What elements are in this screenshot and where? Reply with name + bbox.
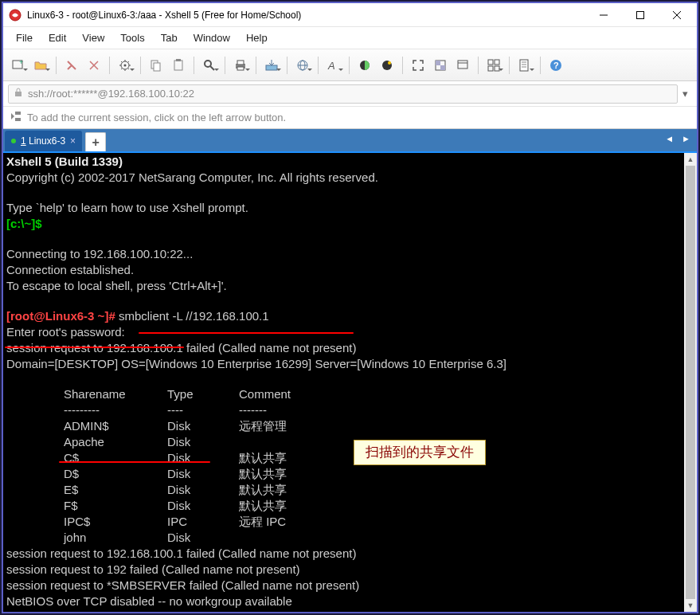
disconnect-icon[interactable] (84, 55, 104, 76)
banner: Xshell 5 (Build 1339) (6, 155, 123, 168)
share-comment: 远程 IPC (239, 515, 286, 528)
lock-icon (14, 88, 23, 100)
copy-icon[interactable] (146, 55, 166, 76)
session-tab[interactable]: 1 Linux6-3 × (5, 131, 82, 151)
share-name: john (64, 531, 167, 545)
add-session-arrow-icon[interactable] (10, 110, 22, 125)
svg-rect-10 (154, 63, 160, 71)
scroll-up-icon[interactable]: ▲ (684, 153, 697, 166)
open-session-icon[interactable] (30, 55, 51, 76)
dash: --------- (64, 403, 167, 417)
svg-rect-12 (176, 59, 181, 61)
scroll-down-icon[interactable]: ▼ (684, 599, 697, 612)
address-input[interactable]: ssh://root:******@192.168.100.10:22 (8, 84, 678, 104)
established: Connection established. (6, 263, 134, 276)
svg-rect-41 (15, 92, 22, 96)
escape: To escape to local shell, press 'Ctrl+Al… (6, 279, 227, 292)
lock-scroll-icon[interactable] (452, 55, 473, 76)
properties-icon[interactable] (115, 55, 135, 76)
share-type: Disk (167, 419, 239, 433)
close-button[interactable] (659, 3, 695, 26)
terminal[interactable]: Xshell 5 (Build 1339) Copyright (c) 2002… (3, 153, 697, 612)
titlebar: Linux6-3 - root@Linux6-3:/aaa - Xshell 5… (3, 3, 697, 27)
new-tab-button[interactable]: + (85, 132, 106, 151)
share-name: E$ (64, 483, 167, 497)
annotation-underline (139, 332, 354, 334)
new-session-icon[interactable]: + (8, 55, 29, 76)
fullscreen-icon[interactable] (408, 55, 428, 76)
connecting: Connecting to 192.168.100.10:22... (6, 247, 193, 260)
app-icon (8, 8, 22, 22)
share-name: Apache (64, 435, 167, 449)
share-type: Disk (167, 483, 239, 497)
highlight-icon[interactable] (377, 55, 397, 76)
svg-rect-16 (237, 61, 244, 65)
svg-rect-2 (637, 11, 644, 18)
share-type: Disk (167, 531, 239, 545)
svg-point-25 (388, 61, 391, 65)
globe-icon[interactable] (292, 55, 313, 76)
svg-rect-17 (237, 67, 244, 70)
svg-rect-28 (440, 65, 445, 70)
print-icon[interactable] (230, 55, 251, 76)
menu-edit[interactable]: Edit (41, 29, 74, 47)
menu-window[interactable]: Window (186, 29, 238, 47)
svg-point-8 (124, 64, 127, 66)
domain-line: Domain=[DESKTOP] OS=[Windows 10 Enterpri… (6, 357, 506, 370)
tab-close-icon[interactable]: × (70, 135, 76, 147)
minimize-button[interactable] (585, 3, 622, 26)
col-comment: Comment (239, 387, 291, 401)
scroll-thumb[interactable] (686, 166, 695, 599)
share-comment: 默认共享 (239, 499, 287, 512)
svg-rect-18 (266, 65, 277, 70)
reconnect-icon[interactable] (61, 55, 82, 76)
share-name: C$ (64, 451, 167, 465)
scroll-track[interactable] (684, 166, 697, 599)
script-icon[interactable] (514, 55, 535, 76)
help-icon[interactable]: ? (546, 55, 566, 76)
menu-tab[interactable]: Tab (153, 29, 186, 47)
file-transfer-icon[interactable] (261, 55, 282, 76)
share-comment: 默认共享 (239, 451, 287, 464)
paste-icon[interactable] (168, 55, 189, 76)
maximize-button[interactable] (622, 3, 659, 26)
color-scheme-icon[interactable] (354, 55, 375, 76)
session-fail-4: session request to *SMBSERVER failed (Ca… (6, 578, 359, 592)
svg-text:?: ? (553, 61, 559, 70)
menu-view[interactable]: View (74, 29, 112, 47)
share-comment: 默认共享 (239, 467, 287, 480)
hint-bar: To add the current session, click on the… (3, 107, 697, 129)
svg-line-14 (210, 66, 214, 70)
menu-file[interactable]: File (8, 29, 41, 47)
tab-nav: ◄ ► (662, 132, 694, 145)
tab-next-icon[interactable]: ► (678, 132, 694, 145)
font-icon[interactable]: A (323, 55, 344, 76)
menu-tools[interactable]: Tools (112, 29, 152, 47)
address-dropdown[interactable]: ▾ (678, 88, 692, 100)
scrollbar[interactable]: ▲ ▼ (684, 153, 697, 612)
svg-point-13 (205, 61, 211, 67)
share-type: Disk (167, 499, 239, 513)
menu-help[interactable]: Help (238, 29, 276, 47)
status-dot-icon (11, 139, 16, 143)
tab-prev-icon[interactable]: ◄ (662, 132, 677, 145)
annotation-underline (59, 461, 210, 463)
svg-text:A: A (327, 60, 335, 72)
copyright: Copyright (c) 2002-2017 NetSarang Comput… (6, 170, 378, 184)
find-icon[interactable] (199, 55, 220, 76)
address-bar: ssh://root:******@192.168.100.10:22 ▾ (3, 81, 697, 107)
transparency-icon[interactable] (430, 55, 451, 76)
svg-rect-34 (495, 66, 499, 71)
share-type: Disk (167, 435, 239, 449)
svg-rect-35 (520, 60, 528, 71)
session-fail-2: session request to 192.168.100.1 failed … (6, 546, 356, 560)
svg-rect-31 (488, 60, 493, 65)
command: smbclient -L //192.168.100.1 (115, 309, 269, 323)
annotation-underline (5, 347, 184, 348)
window-controls (585, 3, 695, 26)
password-prompt: Enter root's password: (6, 325, 125, 339)
help-line: Type `help' to learn how to use Xshell p… (6, 201, 248, 214)
share-name: IPC$ (64, 515, 167, 529)
tile-icon[interactable] (483, 55, 504, 76)
share-name: D$ (64, 467, 167, 481)
